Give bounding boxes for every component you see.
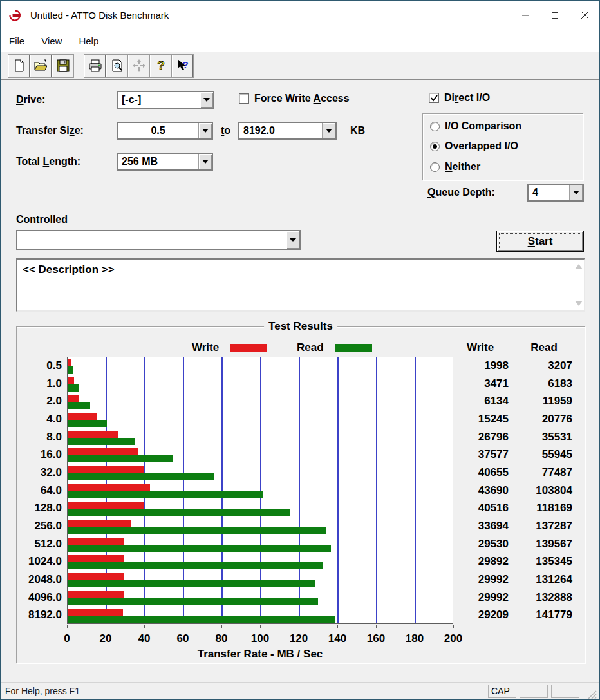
write-value: 29892 <box>455 555 509 568</box>
read-bar <box>68 545 331 552</box>
move-button[interactable] <box>128 55 149 77</box>
total-length-select[interactable]: 256 MB <box>117 153 213 171</box>
read-value: 77487 <box>514 466 572 479</box>
chevron-down-icon[interactable] <box>569 185 583 200</box>
write-value: 29209 <box>455 609 509 621</box>
transfer-size-to-select[interactable]: 8192.0 <box>238 122 337 140</box>
svg-text:?: ? <box>157 59 165 72</box>
total-length-label: Total Length: <box>16 156 80 167</box>
write-value: 43690 <box>455 484 509 497</box>
menu-file[interactable]: File <box>1 32 33 50</box>
read-column-header: Read <box>515 341 573 354</box>
start-button[interactable]: Start <box>496 231 584 252</box>
neither-radio[interactable]: Neither <box>430 161 480 173</box>
chart-plot <box>67 357 453 624</box>
y-axis-label: 128.0 <box>7 502 62 515</box>
read-bar <box>68 455 173 462</box>
transfer-size-from-select[interactable]: 0.5 <box>117 122 213 140</box>
context-help-button[interactable]: ? <box>172 55 193 77</box>
print-button[interactable] <box>84 55 106 77</box>
y-axis-label: 16.0 <box>7 448 62 461</box>
minimize-button[interactable] <box>511 1 540 30</box>
maximize-button[interactable] <box>540 1 570 30</box>
open-file-button[interactable] <box>30 55 52 77</box>
y-axis-label: 256.0 <box>7 520 62 533</box>
menu-view[interactable]: View <box>33 32 70 50</box>
x-tick <box>183 625 183 628</box>
description-scrollbar[interactable] <box>573 260 583 310</box>
write-value: 15245 <box>455 413 509 426</box>
new-file-button[interactable] <box>8 55 30 77</box>
legend-read-swatch <box>335 344 372 352</box>
x-axis-label: 100 <box>246 632 274 645</box>
total-length-value: 256 MB <box>118 154 198 169</box>
save-icon <box>57 59 70 72</box>
print-preview-icon <box>111 59 124 72</box>
x-axis-label: 0 <box>53 632 81 645</box>
x-tick <box>337 625 338 628</box>
print-preview-button[interactable] <box>106 55 127 77</box>
write-value: 3471 <box>455 377 509 390</box>
read-value: 3207 <box>514 359 572 372</box>
read-bar <box>68 366 73 374</box>
write-bar <box>68 448 138 455</box>
chevron-down-icon[interactable] <box>286 231 299 249</box>
resize-grip-icon[interactable] <box>586 689 597 699</box>
force-write-access-checkbox[interactable]: Force Write Access <box>239 93 350 104</box>
write-value: 6134 <box>455 395 509 408</box>
atto-logo-icon <box>9 9 24 22</box>
save-file-button[interactable] <box>52 55 73 77</box>
scroll-up-icon[interactable] <box>575 264 583 269</box>
write-column-header: Write <box>451 341 509 354</box>
y-axis-label: 2048.0 <box>7 573 62 586</box>
chevron-down-icon[interactable] <box>322 123 335 138</box>
close-button[interactable] <box>570 1 599 30</box>
read-value: 20776 <box>514 413 572 426</box>
x-axis-label: 200 <box>439 632 467 645</box>
queue-depth-select[interactable]: 4 <box>527 184 584 202</box>
help-icon: ? <box>155 59 167 73</box>
y-axis-label: 8192.0 <box>7 609 62 621</box>
svg-text:?: ? <box>182 59 188 70</box>
window-title: Untitled - ATTO Disk Benchmark <box>30 10 511 21</box>
drive-label: Drive: <box>16 94 45 106</box>
transfer-size-to-value: 8192.0 <box>239 123 322 138</box>
overlapped-io-radio[interactable]: Overlapped I/O <box>430 140 518 152</box>
menu-help[interactable]: Help <box>70 32 107 50</box>
title-bar: Untitled - ATTO Disk Benchmark <box>1 1 599 30</box>
controlled-select[interactable] <box>16 230 301 250</box>
kb-unit-label: KB <box>350 125 365 137</box>
read-value: 137287 <box>514 520 572 533</box>
direct-io-checkbox[interactable]: Direct I/O <box>429 92 490 104</box>
x-tick <box>299 625 299 628</box>
chevron-down-icon[interactable] <box>200 92 213 108</box>
radio-dot <box>430 162 440 172</box>
description-text: << Description >> <box>23 263 115 276</box>
description-box[interactable]: << Description >> <box>16 258 585 312</box>
scroll-down-icon[interactable] <box>575 301 583 306</box>
chevron-down-icon[interactable] <box>198 123 212 138</box>
maximize-icon <box>551 12 559 19</box>
write-value: 29992 <box>455 573 509 586</box>
read-value: 11959 <box>514 395 572 408</box>
about-help-button[interactable]: ? <box>150 55 171 77</box>
minimize-icon <box>521 12 529 19</box>
radio-dot <box>430 122 440 131</box>
write-bar <box>68 466 144 473</box>
read-value: 132888 <box>514 591 572 604</box>
chevron-down-icon[interactable] <box>198 154 212 169</box>
status-message: For Help, press F1 <box>5 686 488 696</box>
io-comparison-radio[interactable]: I/O Comparison <box>430 120 521 132</box>
y-axis-label: 64.0 <box>7 484 62 497</box>
x-axis-label: 180 <box>400 632 429 645</box>
read-value: 135345 <box>514 555 572 568</box>
write-bar <box>68 502 144 509</box>
write-value: 26796 <box>455 431 509 444</box>
controlled-value <box>17 231 286 249</box>
neither-label: Neither <box>445 161 480 173</box>
queue-depth-value: 4 <box>529 185 569 200</box>
drive-select[interactable]: [-c-] <box>117 91 214 109</box>
x-tick <box>144 625 145 628</box>
write-value: 40655 <box>455 466 509 479</box>
read-value: 35531 <box>514 431 572 444</box>
